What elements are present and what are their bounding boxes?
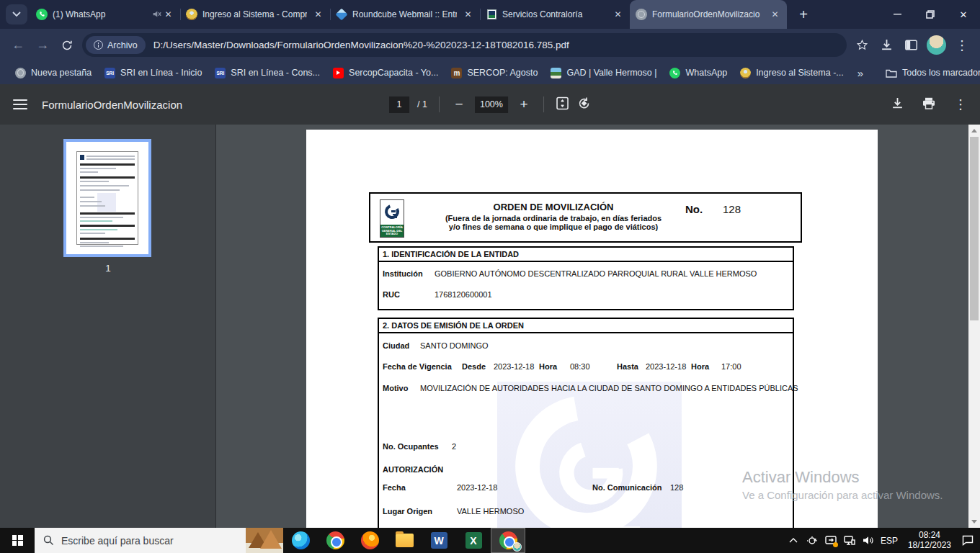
close-window-button[interactable]: ✕ [947,0,980,29]
profile-avatar[interactable] [927,35,946,55]
clock-date: 18/12/2023 [908,541,951,551]
bookmark-whatsapp[interactable]: WhatsApp [663,64,734,81]
desde-value: 2023-12-18 [494,362,534,371]
system-tray: ESP 08:24 18/12/2023 [787,528,980,553]
bookmark-label: SRI en Línea - Cons... [231,68,320,78]
network-tray-icon[interactable] [843,534,856,547]
pdf-more-options-button[interactable]: ⋮ [954,96,967,112]
fit-page-button[interactable] [556,96,569,112]
rotate-page-button[interactable] [577,96,591,112]
downloads-button[interactable] [874,33,899,58]
address-toolbar: ← → Archivo D:/Users/Master/Downloads/Fo… [0,29,980,61]
onedrive-tray-icon[interactable] [806,534,819,547]
tray-expand-chevron-icon[interactable] [787,534,800,547]
bookmark-nueva-pestana[interactable]: Nueva pestaña [9,64,98,81]
hora1-value: 08:30 [570,362,590,371]
page-number-input[interactable]: 1 [389,96,409,113]
chrome-icon [326,531,344,549]
tab-close-icon[interactable]: ✕ [162,9,174,21]
restore-button[interactable] [914,0,947,29]
section-datos-emision: 2. DATOS DE EMISIÓN DE LA ORDEN Ciudad S… [378,318,794,528]
ciudad-value: SANTO DOMINGO [420,341,489,350]
browser-menu-button[interactable]: ⋮ [950,33,974,58]
form-no-value: 128 [723,203,741,215]
volume-tray-icon[interactable] [862,534,875,547]
thumbnail-preview [76,151,138,245]
browser-window: (1) WhatsApp ✕ Ingreso al Sistema - Comp… [0,0,980,553]
taskbar-search-input[interactable]: Escribe aquí para buscar [35,528,283,553]
tab-close-icon[interactable]: ✕ [612,9,624,21]
window-controls: ✕ [881,0,980,29]
zoom-in-button[interactable]: + [516,96,532,112]
section2-title: 2. DATOS DE EMISIÓN DE LA ORDEN [378,318,794,333]
moodle-icon: m [451,68,462,78]
scroll-down-arrow[interactable] [971,520,977,523]
taskbar-chrome-button[interactable] [318,528,352,553]
thumbnail-sidebar: 1 [0,125,216,528]
motivo-value: MOVILIZACIÓN DE AUTORIDADES HACIA LA CIU… [420,384,798,392]
bookmark-sercopcapacita[interactable]: SercopCapacita - Yo... [326,64,445,81]
scroll-up-arrow[interactable] [971,129,977,132]
form-subtitle-line2: y/o fines de semana o que implique el pa… [435,222,672,231]
taskbar-edge-button[interactable] [283,528,318,553]
whatsapp-icon [669,68,680,78]
bookmark-sri-inicio[interactable]: SRI SRI en Línea - Inicio [98,64,208,81]
bookmark-sercop-agosto[interactable]: m SERCOP: Agosto [445,64,544,81]
taskbar-explorer-button[interactable] [387,528,422,553]
bookmarks-bar: Nueva pestaña SRI SRI en Línea - Inicio … [0,61,980,84]
all-bookmarks-button[interactable]: Todos los marcadores [879,64,980,81]
tab-close-icon[interactable]: ✕ [462,9,474,21]
file-explorer-icon [396,534,414,547]
vertical-scrollbar[interactable] [968,125,980,528]
bookmarks-overflow-button[interactable]: » [850,67,870,79]
tab-servicios-contraloria[interactable]: Servicios Contraloría ✕ [480,0,630,29]
zoom-level-input[interactable]: 100% [475,96,508,113]
tab-ingreso-sistema[interactable]: Ingreso al Sistema - Compra ✕ [180,0,330,29]
pdf-print-button[interactable] [922,97,935,112]
sri-icon: SRI [215,68,226,78]
tab-roundcube[interactable]: Roundcube Webmail :: Entra ✕ [330,0,480,29]
bookmark-sri-consultas[interactable]: SRI SRI en Línea - Cons... [208,64,326,81]
bookmark-gad-valle-hermoso[interactable]: GAD | Valle Hermoso | [544,64,663,81]
whatsapp-icon [36,9,48,20]
clock-time: 08:24 [908,531,951,541]
pdf-toolbar: FormularioOrdenMovilizacion 1 / 1 − 100%… [0,84,980,125]
tab-whatsapp[interactable]: (1) WhatsApp ✕ [30,0,180,29]
forward-button[interactable]: → [30,33,55,58]
tab-label: Roundcube Webmail :: Entra [352,9,457,19]
tab-close-icon[interactable]: ✕ [312,9,324,21]
tab-muted-speaker-icon[interactable] [152,9,162,19]
taskbar-excel-button[interactable]: X [456,528,491,553]
side-panel-button[interactable] [899,33,923,58]
reload-button[interactable] [55,33,79,58]
taskbar-chrome-active-button[interactable] [491,528,525,553]
form-subtitle-line1: (Fuera de la jornada ordinaria de trabaj… [435,214,672,222]
search-highlight-image[interactable] [246,528,283,553]
back-button[interactable]: ← [6,33,30,58]
firefox-icon [361,531,379,549]
update-tray-icon[interactable] [824,534,837,547]
pdf-menu-icon[interactable] [13,99,27,109]
tab-search-button[interactable] [6,4,27,24]
taskbar-firefox-button[interactable] [352,528,387,553]
scrollbar-thumb[interactable] [970,137,979,320]
language-indicator[interactable]: ESP [881,536,898,546]
pdf-download-button[interactable] [891,97,904,112]
taskbar-clock[interactable]: 08:24 18/12/2023 [904,531,956,550]
action-center-icon[interactable] [961,534,974,547]
address-bar[interactable]: Archivo D:/Users/Master/Downloads/Formul… [82,33,847,57]
institucion-value: GOBIERNO AUTÓNOMO DESCENTRALIZADO PARROQ… [435,269,757,278]
start-button[interactable] [0,528,35,553]
page-1-thumbnail[interactable] [63,139,151,257]
bookmark-ingreso-sistema[interactable]: Ingreso al Sistema -... [734,64,850,81]
bookmark-star-button[interactable] [850,33,874,58]
new-tab-button[interactable]: + [793,4,814,25]
zoom-out-button[interactable]: − [451,96,467,112]
site-info-chip[interactable]: Archivo [86,36,146,54]
bookmark-label: Nueva pestaña [31,68,92,78]
tab-formulario-orden-movilizacion[interactable]: FormularioOrdenMovilizacio ✕ [630,0,787,29]
hora2-label: Hora [691,362,709,371]
tab-close-icon[interactable]: ✕ [769,9,781,21]
minimize-button[interactable] [881,0,914,29]
taskbar-word-button[interactable]: W [422,528,456,553]
